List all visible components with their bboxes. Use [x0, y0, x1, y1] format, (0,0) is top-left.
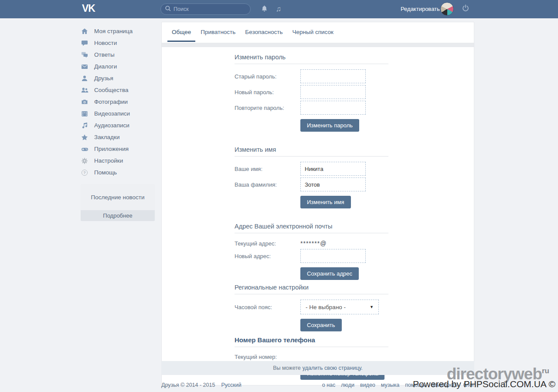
- repeat-password-field[interactable]: [300, 101, 366, 115]
- current-email-label: Текущий адрес:: [235, 240, 300, 247]
- sidebar-item-settings[interactable]: Настройки: [81, 155, 155, 167]
- music-icon[interactable]: ♫: [274, 5, 283, 14]
- section-divider: [235, 64, 388, 64]
- music-note-icon: [81, 122, 88, 129]
- sidebar-item-dialogs[interactable]: Диалоги: [81, 61, 155, 72]
- sidebar-item-help[interactable]: ? Помощь: [81, 167, 155, 178]
- tab-privacy[interactable]: Приватность: [196, 22, 240, 42]
- change-name-button[interactable]: Изменить имя: [300, 196, 351, 208]
- sidebar-item-apps[interactable]: Приложения: [81, 143, 155, 155]
- section-divider: [235, 347, 388, 347]
- timezone-label: Часовой пояс:: [235, 304, 300, 310]
- section-divider: [235, 233, 388, 233]
- logout-power-icon[interactable]: [462, 4, 470, 14]
- tab-blacklist[interactable]: Черный список: [288, 22, 337, 42]
- old-password-label: Старый пароль:: [235, 73, 300, 80]
- section-title: Региональные настройки: [235, 284, 388, 291]
- latest-news-title-area: Последние новости: [81, 184, 155, 210]
- envelope-icon: [81, 63, 88, 70]
- footer-language-link[interactable]: Русский: [221, 382, 241, 388]
- star-icon: [81, 133, 88, 141]
- search-box[interactable]: [160, 3, 251, 15]
- new-password-field[interactable]: [300, 85, 366, 99]
- notifications-bell-icon[interactable]: [260, 5, 269, 14]
- news-more-button[interactable]: Подробнее: [81, 210, 155, 221]
- user-icon: [81, 75, 88, 82]
- settings-tabbar: Общее Приватность Безопасность Черный сп…: [162, 22, 474, 42]
- footer-copyright: Друзья © 2014 - 2015: [161, 382, 215, 388]
- question-icon: ?: [81, 169, 88, 176]
- camera-icon: [81, 98, 88, 106]
- save-email-button[interactable]: Сохранить адрес: [300, 267, 359, 280]
- avatar[interactable]: [440, 2, 454, 16]
- sidebar-item-my-page[interactable]: Моя страница: [81, 25, 155, 37]
- current-phone-label: Текущий номер:: [235, 354, 300, 360]
- section-email: Адрес Вашей электронной почты Текущий ад…: [235, 223, 388, 280]
- sidebar-item-friends[interactable]: Друзья: [81, 72, 155, 84]
- powered-by-text: Powered by PHPSocial.COM.UA ©: [413, 379, 555, 389]
- save-regional-button[interactable]: Сохранить: [300, 319, 342, 331]
- new-email-field[interactable]: [300, 249, 366, 263]
- delete-page-link[interactable]: удалить свою страницу.: [303, 365, 363, 371]
- section-title: Изменить пароль: [235, 54, 388, 61]
- delete-page-prefix: Вы можете: [273, 365, 301, 371]
- last-name-field[interactable]: [300, 177, 366, 191]
- footer-link-about[interactable]: о нас: [322, 382, 336, 388]
- comments-icon: [81, 51, 88, 58]
- first-name-field[interactable]: [300, 162, 366, 176]
- settings-card: Общее Приватность Безопасность Черный сп…: [161, 22, 474, 385]
- footer-link-video[interactable]: видео: [360, 382, 375, 388]
- latest-news-box: Последние новости Подробнее: [81, 184, 155, 221]
- repeat-password-label: Повторите пароль:: [235, 105, 300, 111]
- section-regional: Региональные настройки Часовой пояс: - Н…: [235, 284, 388, 331]
- sidebar-item-communities[interactable]: Сообщества: [81, 84, 155, 96]
- search-icon: [165, 5, 171, 13]
- tab-security[interactable]: Безопасность: [241, 22, 287, 42]
- delete-page-bar: Вы можете удалить свою страницу.: [161, 361, 474, 375]
- section-change-name: Изменить имя Ваше имя: Ваша фамилия: Изм…: [235, 146, 388, 208]
- timezone-select[interactable]: - Не выбрано - ▼: [300, 300, 379, 314]
- section-title: Изменить имя: [235, 146, 388, 153]
- sidebar-item-photos[interactable]: Фотографии: [81, 96, 155, 108]
- sidebar-item-videos[interactable]: Видеозаписи: [81, 108, 155, 119]
- gear-icon: [81, 157, 88, 164]
- first-name-label: Ваше имя:: [235, 166, 300, 172]
- vk-logo[interactable]: VK: [82, 3, 95, 14]
- latest-news-title: Последние новости: [91, 194, 144, 201]
- current-email-value: *******@: [300, 240, 327, 247]
- edit-profile-link[interactable]: Редактировать: [401, 6, 440, 12]
- sidebar: Моя страница Новости Ответы Диалоги Друз…: [81, 25, 155, 221]
- sidebar-item-answers[interactable]: Ответы: [81, 49, 155, 61]
- top-bar: VK ♫ Редактировать: [0, 0, 558, 18]
- settings-content: Изменить пароль Старый пароль: Новый пар…: [162, 47, 474, 385]
- change-password-button[interactable]: Изменить пароль: [300, 119, 359, 132]
- section-change-password: Изменить пароль Старый пароль: Новый пар…: [235, 54, 388, 132]
- sidebar-item-bookmarks[interactable]: Закладки: [81, 131, 155, 143]
- old-password-field[interactable]: [300, 69, 366, 83]
- film-icon: [81, 110, 88, 117]
- new-email-label: Новый адрес:: [235, 253, 300, 259]
- new-password-label: Новый пароль:: [235, 89, 300, 95]
- gamepad-icon: [81, 145, 88, 153]
- section-title: Адрес Вашей электронной почты: [235, 223, 388, 230]
- section-title: Номер Вашего телефона: [235, 336, 388, 344]
- section-divider: [235, 156, 388, 157]
- search-input[interactable]: [174, 6, 243, 12]
- footer-link-people[interactable]: люди: [341, 382, 354, 388]
- scrolled-content-strip: [162, 43, 474, 47]
- chevron-down-icon: ▼: [370, 305, 374, 309]
- comment-icon: [81, 39, 88, 47]
- users-icon: [81, 86, 88, 94]
- footer-link-music[interactable]: музыка: [381, 382, 399, 388]
- sidebar-item-news[interactable]: Новости: [81, 37, 155, 49]
- section-divider: [235, 294, 388, 294]
- tab-general[interactable]: Общее: [167, 22, 195, 42]
- home-icon: [81, 27, 88, 35]
- last-name-label: Ваша фамилия:: [235, 181, 300, 188]
- sidebar-item-audio[interactable]: Аудиозаписи: [81, 119, 155, 131]
